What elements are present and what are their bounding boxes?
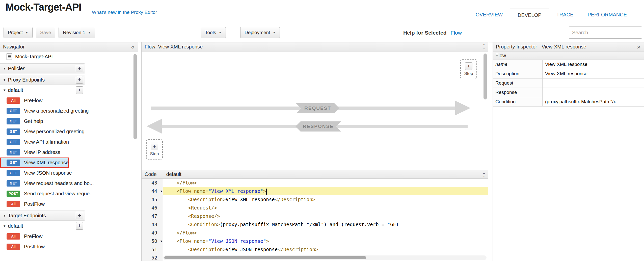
revision-dropdown-label: Revision 1 [63, 30, 85, 35]
step-label: Step [464, 71, 473, 76]
flow-item-label: PostFlow [24, 201, 45, 207]
inspector-row-name: nameView XML response [493, 60, 644, 69]
flow-item-label: Send request and view reque... [24, 191, 94, 197]
nav-flow-postflow[interactable]: AllPostFlow [0, 242, 85, 252]
deployment-dropdown[interactable]: Deployment ▼ [240, 27, 280, 38]
add-step-response-button[interactable]: + Step [146, 139, 163, 160]
tab-develop[interactable]: DEVELOP [510, 9, 549, 23]
code-editor[interactable]: 43 </Flow>44▾ <Flow name="View XML respo… [142, 179, 488, 261]
tab-trace[interactable]: TRACE [549, 12, 581, 23]
code-line-49[interactable]: 49 </Flow> [142, 229, 488, 237]
caret-down-icon: ▼ [219, 31, 222, 34]
request-arrow-icon [455, 101, 470, 115]
add-step-request-button[interactable]: + Step [460, 59, 477, 79]
method-badge-all: All [7, 97, 20, 104]
method-badge-get: GET [7, 118, 20, 124]
revision-dropdown[interactable]: Revision 1 ▼ [59, 27, 95, 38]
app-window: Mock-Target-API What's new in the Proxy … [0, 0, 644, 261]
nav-target-default[interactable]: ▾ default + [0, 221, 85, 231]
nav-flow-send-request-and-view-reque[interactable]: POSTSend request and view reque... [0, 189, 85, 199]
save-button[interactable]: Save [36, 27, 55, 38]
inspector-row-value[interactable]: View XML response [543, 60, 644, 69]
nav-flow-view-a-personalized-greeting[interactable]: GETView a personalized greeting [0, 106, 85, 116]
nav-flow-view-ip-address[interactable]: GETView IP address [0, 147, 85, 158]
expand-flow-panel-icon[interactable]: ⌃ ⌄ [482, 44, 486, 49]
code-line-text: <Description>View XML response</Descript… [163, 195, 488, 204]
nav-flow-view-personalized-greeting[interactable]: GETView personalized greeting [0, 126, 85, 137]
code-line-46[interactable]: 46 <Request/> [142, 204, 488, 212]
help-flow-link[interactable]: Flow [451, 30, 462, 36]
navigator-scrollbar[interactable] [133, 54, 137, 139]
search-input[interactable] [569, 27, 642, 39]
collapse-code-panel-icon[interactable]: ⌄ ⌄ [482, 172, 486, 177]
inspector-row-response: Response [493, 88, 644, 97]
code-line-47[interactable]: 47 <Response/> [142, 212, 488, 220]
proxy-document-icon [7, 54, 12, 60]
navigator-header: Navigator « [0, 42, 138, 51]
code-line-50[interactable]: 50▾ <Flow name="View JSON response"> [142, 237, 488, 245]
add-target-flow-button[interactable]: + [76, 222, 83, 230]
code-tab-default[interactable]: default [166, 171, 181, 177]
fold-arrow-icon[interactable]: ▾ [160, 237, 162, 245]
method-badge-all: All [7, 244, 20, 250]
flow-item-label: PreFlow [24, 98, 42, 103]
code-hscrollbar-track [163, 255, 487, 260]
project-dropdown[interactable]: Project ▼ [4, 27, 33, 38]
inspector-row-value[interactable] [543, 79, 644, 88]
code-lines: 43 </Flow>44▾ <Flow name="View XML respo… [142, 179, 488, 261]
flow-canvas-scrollbar[interactable] [484, 54, 487, 99]
fold-arrow-icon[interactable]: ▾ [160, 187, 162, 195]
line-number-51: 51 [142, 245, 163, 254]
nav-proxy-default[interactable]: ▾ default + [0, 85, 85, 95]
code-line-text: <Flow name="View XML response"> [163, 187, 488, 195]
nav-flow-preflow[interactable]: AllPreFlow [0, 231, 85, 242]
code-line-43[interactable]: 43 </Flow> [142, 179, 488, 187]
flow-panel-title: Flow: View XML response [145, 44, 203, 50]
inspector-row-value[interactable] [543, 88, 644, 97]
nav-flow-view-xml-response[interactable]: GETView XML response [0, 158, 69, 168]
nav-flow-postflow[interactable]: AllPostFlow [0, 199, 85, 209]
nav-root-item[interactable]: Mock-Target-API [0, 51, 138, 62]
code-hscrollbar[interactable] [164, 256, 366, 259]
chevron-down-icon: ⌄ [482, 174, 486, 177]
tab-performance[interactable]: PERFORMANCE [580, 12, 634, 23]
nav-section-policies[interactable]: ▾ Policies + [0, 63, 85, 73]
code-line-text: <Request/> [163, 204, 488, 212]
nav-flow-view-json-response[interactable]: GETView JSON response [0, 168, 85, 178]
whats-new-link[interactable]: What's new in the Proxy Editor [92, 10, 157, 15]
tools-dropdown[interactable]: Tools ▼ [201, 27, 226, 38]
collapse-navigator-icon[interactable]: « [130, 44, 136, 50]
code-line-text: <Response/> [163, 212, 488, 220]
add-proxy-endpoint-button[interactable]: + [76, 76, 83, 84]
tab-overview[interactable]: OVERVIEW [469, 12, 510, 23]
nav-flow-view-api-affirmation[interactable]: GETView API affirmation [0, 137, 85, 147]
caret-down-icon: ▼ [273, 31, 276, 34]
nav-section-proxy-endpoints[interactable]: ▾ Proxy Endpoints + [0, 75, 85, 85]
property-inspector-title: Property Inspector [496, 44, 537, 50]
inspector-row-description: DescriptionView XML response [493, 69, 644, 79]
inspector-row-label: Condition [493, 97, 543, 106]
code-line-48[interactable]: 48 <Condition>(proxy.pathsuffix MatchesP… [142, 220, 488, 229]
inspector-row-value[interactable]: View XML response [543, 69, 644, 78]
app-title: Mock-Target-API [6, 2, 81, 13]
code-line-45[interactable]: 45 <Description>View XML response</Descr… [142, 195, 488, 204]
nav-section-target-endpoints[interactable]: ▾ Target Endpoints + [0, 211, 85, 221]
code-line-51[interactable]: 51 <Description>View JSON response</Desc… [142, 245, 488, 254]
nav-flow-view-request-headers-and-bo[interactable]: GETView request headers and bo... [0, 178, 85, 189]
nav-flow-preflow[interactable]: AllPreFlow [0, 95, 85, 106]
code-line-text: <Flow name="View JSON response"> [163, 237, 488, 245]
inspector-row-value[interactable]: (proxy.pathsuffix MatchesPath "/x [543, 97, 644, 106]
deployment-dropdown-label: Deployment [245, 30, 270, 35]
add-proxy-flow-button[interactable]: + [76, 86, 83, 94]
line-number-44: 44▾ [142, 187, 163, 195]
method-badge-all: All [7, 201, 20, 207]
code-line-44[interactable]: 44▾ <Flow name="View XML response"> [142, 187, 488, 195]
inspector-section-flow: Flow [493, 51, 644, 60]
nav-flow-get-help[interactable]: GETGet help [0, 116, 85, 126]
expand-inspector-icon[interactable]: » [636, 44, 641, 50]
line-number-52: 52 [142, 254, 163, 261]
code-line-text: </Flow> [163, 179, 488, 187]
add-target-endpoint-button[interactable]: + [76, 212, 83, 219]
add-policy-button[interactable]: + [76, 65, 83, 72]
flow-panel: Flow: View XML response ⌃ ⌄ + Step REQUE… [141, 42, 488, 261]
